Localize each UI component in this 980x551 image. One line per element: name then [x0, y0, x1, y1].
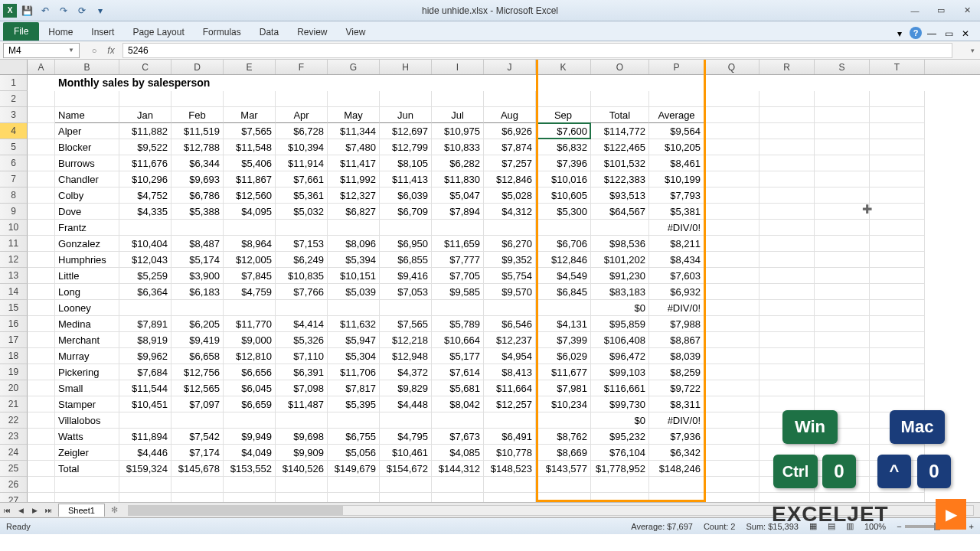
cell[interactable]: $7,110	[276, 348, 328, 364]
cell[interactable]	[760, 493, 815, 502]
column-header-C[interactable]: C	[119, 60, 172, 74]
cell[interactable]: $8,311	[649, 396, 704, 412]
cell[interactable]: $6,832	[536, 139, 591, 155]
cell[interactable]	[870, 187, 925, 204]
cell[interactable]: Villalobos	[55, 412, 119, 429]
cell[interactable]	[224, 493, 276, 502]
cell[interactable]	[760, 204, 815, 220]
tab-formulas[interactable]: Formulas	[194, 24, 250, 41]
cell[interactable]: $7,153	[276, 236, 328, 252]
zoom-in-icon[interactable]: +	[969, 522, 974, 531]
sheet-nav-last-icon[interactable]: ⏭	[41, 504, 55, 517]
formula-bar[interactable]: 5246	[122, 43, 952, 58]
row-header[interactable]: 6	[0, 155, 28, 171]
cell[interactable]	[760, 364, 815, 380]
cell[interactable]: $4,335	[119, 204, 172, 220]
cell[interactable]	[328, 220, 380, 236]
cell[interactable]: $6,491	[484, 429, 536, 445]
sheet-nav-prev-icon[interactable]: ◀	[14, 504, 28, 517]
cell[interactable]: $6,342	[649, 445, 704, 461]
cell[interactable]: $6,659	[224, 396, 276, 412]
cell[interactable]	[380, 477, 432, 493]
cell[interactable]: Total	[591, 107, 649, 123]
cell[interactable]	[28, 123, 55, 139]
column-header-R[interactable]: R	[760, 60, 815, 74]
cell[interactable]	[328, 91, 380, 107]
qat-dropdown-icon[interactable]: ▾	[92, 3, 109, 18]
cell[interactable]	[870, 107, 925, 123]
cell[interactable]: Gonzalez	[55, 236, 119, 252]
cell[interactable]: $11,664	[484, 380, 536, 396]
cell[interactable]	[432, 220, 484, 236]
cell[interactable]: $8,434	[649, 252, 704, 268]
cell[interactable]: $101,202	[591, 252, 649, 268]
cell[interactable]	[276, 75, 328, 91]
row-header[interactable]: 20	[0, 380, 28, 396]
cell[interactable]	[119, 412, 172, 429]
cell[interactable]: $122,383	[591, 171, 649, 187]
cell[interactable]	[704, 171, 760, 187]
cell[interactable]	[276, 412, 328, 429]
refresh-icon[interactable]: ⟳	[74, 3, 90, 18]
cell[interactable]: #DIV/0!	[649, 300, 704, 316]
cell[interactable]: $4,448	[380, 396, 432, 412]
cell[interactable]: $9,949	[224, 429, 276, 445]
cell[interactable]: $11,867	[224, 171, 276, 187]
cell[interactable]	[870, 284, 925, 300]
cell[interactable]: $12,560	[224, 187, 276, 204]
column-header-K[interactable]: K	[536, 60, 591, 74]
cell[interactable]: $145,678	[172, 461, 224, 477]
cell[interactable]	[224, 412, 276, 429]
cell[interactable]	[28, 412, 55, 429]
cell[interactable]	[484, 412, 536, 429]
cell[interactable]	[704, 380, 760, 396]
cell[interactable]: $10,664	[432, 332, 484, 348]
tab-home[interactable]: Home	[39, 24, 82, 41]
cell[interactable]	[28, 364, 55, 380]
row-header[interactable]: 19	[0, 364, 28, 380]
cell[interactable]: $7,936	[649, 429, 704, 445]
cell[interactable]	[760, 75, 815, 91]
cell[interactable]	[119, 220, 172, 236]
cell[interactable]: $8,039	[649, 348, 704, 364]
cell[interactable]: Dove	[55, 204, 119, 220]
cell[interactable]	[380, 300, 432, 316]
cell[interactable]: $10,016	[536, 171, 591, 187]
cell[interactable]	[704, 461, 760, 477]
cell[interactable]: $7,614	[432, 364, 484, 380]
cell[interactable]	[704, 316, 760, 332]
cell[interactable]: $10,833	[432, 139, 484, 155]
cell[interactable]	[172, 91, 224, 107]
cell[interactable]	[28, 236, 55, 252]
cell[interactable]: $5,039	[328, 284, 380, 300]
cell[interactable]: $6,282	[432, 155, 484, 171]
cell[interactable]: $64,567	[591, 204, 649, 220]
cell[interactable]: $5,300	[536, 204, 591, 220]
cell[interactable]	[815, 348, 870, 364]
cell[interactable]: $11,344	[328, 123, 380, 139]
cell[interactable]	[760, 139, 815, 155]
cell[interactable]	[172, 75, 224, 91]
cell[interactable]	[704, 396, 760, 412]
cell[interactable]: $6,706	[536, 236, 591, 252]
cell[interactable]	[760, 187, 815, 204]
cell[interactable]: $9,698	[276, 429, 328, 445]
cell[interactable]: $11,882	[119, 123, 172, 139]
cell[interactable]: $9,416	[380, 268, 432, 284]
cell[interactable]: $6,827	[328, 204, 380, 220]
cell[interactable]: $153,552	[224, 461, 276, 477]
row-header[interactable]: 10	[0, 220, 28, 236]
cell[interactable]: $4,049	[224, 445, 276, 461]
cell[interactable]	[704, 268, 760, 284]
cell[interactable]: $12,257	[484, 396, 536, 412]
cell[interactable]	[28, 445, 55, 461]
cell[interactable]: $12,005	[224, 252, 276, 268]
cell[interactable]: $12,218	[380, 332, 432, 348]
cell[interactable]: $6,855	[380, 252, 432, 268]
cancel-formula-icon[interactable]: ○	[87, 44, 101, 57]
cell[interactable]: Murray	[55, 348, 119, 364]
cell[interactable]	[870, 252, 925, 268]
cell[interactable]	[328, 75, 380, 91]
cell[interactable]: $4,372	[380, 364, 432, 380]
cell[interactable]: $12,756	[172, 364, 224, 380]
